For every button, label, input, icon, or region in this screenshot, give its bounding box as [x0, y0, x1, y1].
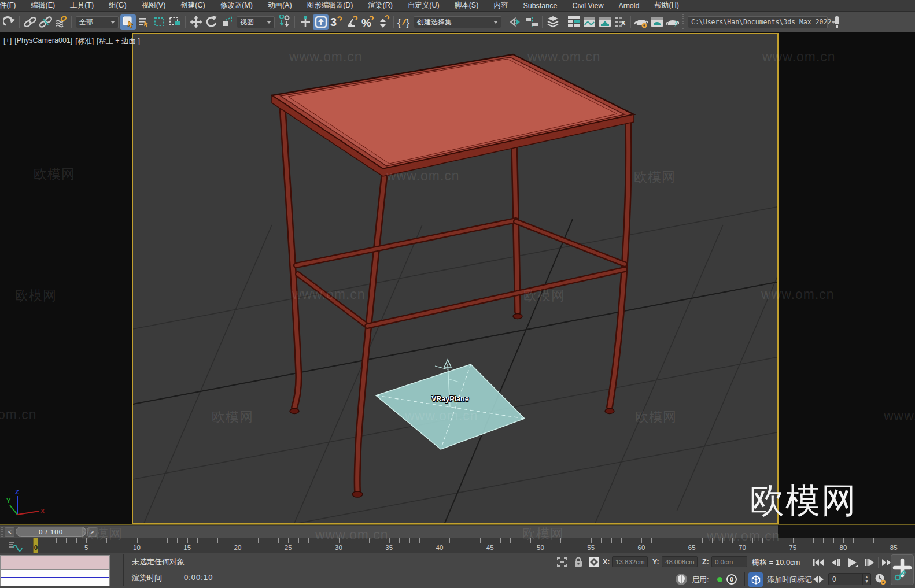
ruler-tick: [440, 538, 440, 543]
viewport-menu-shading[interactable]: [粘土 + 边面 ]: [97, 36, 140, 46]
set-key-button[interactable]: [891, 554, 914, 585]
track-bar[interactable]: 0510152025303540455055606570758085: [0, 538, 915, 553]
menu-item[interactable]: 脚本(S): [447, 1, 486, 10]
selection-filter-dropdown[interactable]: 全部: [76, 16, 119, 28]
toolbar-drag-handle[interactable]: [682, 14, 684, 29]
play-button[interactable]: [844, 556, 861, 569]
snaps-toggle-button[interactable]: [313, 14, 329, 30]
schematic-view-icon[interactable]: [597, 14, 613, 30]
menu-item[interactable]: 视图(V): [134, 1, 174, 10]
menu-item[interactable]: 图形编辑器(D): [300, 1, 361, 10]
menu-item[interactable]: Substance: [515, 2, 565, 10]
menu-item[interactable]: 内容: [486, 1, 515, 10]
menu-item[interactable]: 件(F): [0, 1, 23, 10]
snap-cross-icon[interactable]: [297, 14, 313, 30]
menu-item[interactable]: 自定义(U): [400, 1, 447, 10]
angle-snap-icon[interactable]: [344, 14, 360, 30]
key-mode-toggle-icon[interactable]: [812, 573, 825, 585]
menu-item[interactable]: 渲染(R): [360, 1, 400, 10]
ruler-tick: [500, 538, 501, 543]
ruler-tick: [581, 538, 581, 543]
previous-frame-button[interactable]: [828, 556, 843, 569]
current-frame-field[interactable]: 0 ▲▼: [828, 573, 871, 585]
z-coord-field[interactable]: 0.0cm: [711, 556, 747, 567]
absolute-mode-toggle-icon[interactable]: [588, 556, 600, 568]
layer-explorer-icon[interactable]: [545, 14, 560, 30]
rectangular-selection-region-icon[interactable]: [152, 14, 167, 30]
render-setup-icon[interactable]: [633, 14, 649, 30]
isolate-selection-icon[interactable]: [555, 556, 569, 568]
maxscript-mini-listener-macro[interactable]: [0, 555, 110, 570]
viewport-menu-standard[interactable]: [标准]: [75, 36, 94, 46]
menu-item[interactable]: 修改器(M): [213, 1, 260, 10]
render-production-icon[interactable]: [665, 14, 680, 30]
edit-named-selection-sets-icon[interactable]: {}: [396, 14, 412, 30]
menu-item[interactable]: 动画(A): [260, 1, 300, 10]
menu-item[interactable]: 帮助(H): [647, 1, 687, 10]
viewport-menu-general[interactable]: [+]: [3, 36, 12, 46]
ruler-tick: [46, 538, 46, 543]
scene-script-icon[interactable]: x: [613, 14, 628, 30]
menu-item[interactable]: 创建(C): [173, 1, 212, 10]
time-slider-thumb[interactable]: 0 / 100: [16, 527, 86, 537]
graphite-ribbon-icon[interactable]: [566, 14, 581, 30]
frame-spinner[interactable]: ▲▼: [862, 574, 870, 585]
add-time-tag[interactable]: 添加时间标记: [767, 575, 812, 585]
next-frame-button[interactable]: [862, 556, 877, 569]
listener-divider: [1, 577, 109, 578]
window-crossing-icon[interactable]: [167, 14, 183, 30]
menu-item[interactable]: Civil View: [565, 2, 611, 10]
menu-item[interactable]: Arnold: [611, 2, 647, 10]
zero-badge[interactable]: 0: [726, 574, 737, 585]
menu-item[interactable]: 工具(T): [62, 1, 101, 10]
use-pivot-point-icon[interactable]: [276, 14, 292, 30]
select-object-button[interactable]: [120, 14, 136, 30]
go-to-start-button[interactable]: [811, 556, 825, 569]
mini-curve-editor-icon[interactable]: [8, 540, 24, 552]
spinner-snap-icon[interactable]: [375, 14, 391, 30]
named-selection-set-dropdown[interactable]: 创建选择集: [414, 16, 501, 28]
menu-item[interactable]: 组(G): [101, 1, 134, 10]
workspace-icon[interactable]: [829, 14, 845, 30]
viewport-label: [+] [PhysCamera001] [标准] [粘土 + 边面 ]: [3, 36, 140, 46]
y-coord-field[interactable]: 48.008cm: [662, 556, 698, 567]
link-icon[interactable]: [22, 14, 38, 30]
separator: [19, 16, 20, 28]
ruler-tick: [187, 538, 188, 543]
snap-3d-icon[interactable]: 3: [329, 14, 344, 30]
maxscript-mini-listener[interactable]: [0, 570, 110, 586]
separator: [878, 557, 879, 568]
camera-viewport[interactable]: VRayPlane: [132, 33, 779, 524]
select-and-scale-icon[interactable]: [219, 14, 235, 30]
adaptive-degradation-icon[interactable]: [674, 572, 688, 586]
ruler-tick: [873, 538, 874, 543]
next-frame-arrow-button[interactable]: >: [87, 527, 97, 537]
prev-frame-arrow-button[interactable]: <: [5, 527, 14, 537]
frame-value[interactable]: 0: [829, 575, 862, 583]
ruler-tick: [712, 538, 713, 543]
project-folder-dropdown[interactable]: C:\Users\Han\Documents\3ds Max 2022: [688, 16, 828, 28]
select-and-move-icon[interactable]: [188, 14, 204, 30]
rendered-frame-window-icon[interactable]: [649, 14, 665, 30]
viewport-menu-pov[interactable]: [PhysCamera001]: [14, 36, 72, 46]
render-time-label: 渲染时间: [132, 573, 162, 583]
align-icon[interactable]: [524, 14, 540, 30]
select-and-rotate-icon[interactable]: [204, 14, 219, 30]
reference-coordsys-dropdown[interactable]: 视图: [237, 16, 275, 28]
unlink-icon[interactable]: [38, 14, 53, 30]
menu-item[interactable]: 编辑(E): [23, 1, 62, 10]
x-coord-field[interactable]: 13.832cm: [612, 556, 648, 567]
time-configuration-icon[interactable]: [873, 573, 887, 586]
svg-text:x: x: [621, 18, 626, 27]
ruler-tick: [843, 538, 844, 543]
percent-snap-icon[interactable]: %: [360, 14, 375, 30]
bind-to-spacewarp-icon[interactable]: [53, 14, 69, 30]
mirror-icon[interactable]: [508, 14, 524, 30]
select-by-name-icon[interactable]: [136, 14, 152, 30]
curve-editor-icon[interactable]: [581, 14, 597, 30]
redo-icon[interactable]: [1, 14, 17, 30]
drag-handle[interactable]: [1, 527, 3, 537]
selection-lock-icon[interactable]: [573, 556, 584, 568]
time-tag-cube-button[interactable]: [748, 572, 763, 587]
separator: [542, 16, 543, 28]
